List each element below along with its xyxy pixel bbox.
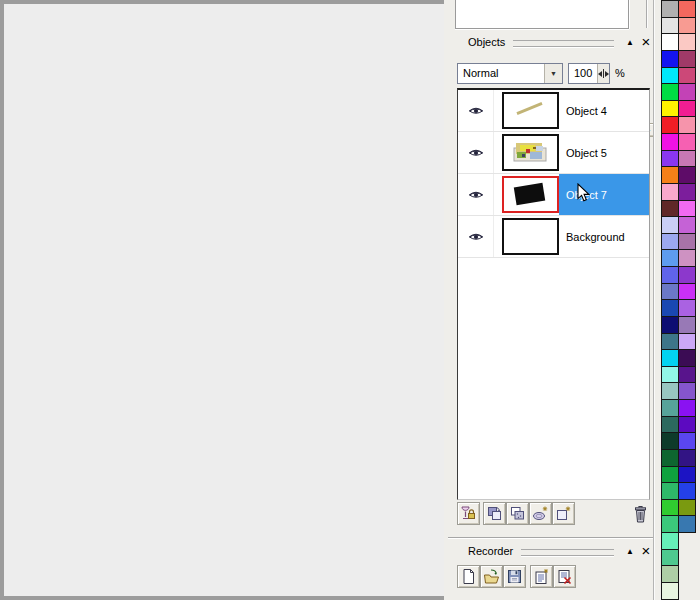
palette-swatch[interactable] [679,417,695,434]
palette-swatch[interactable] [662,18,678,35]
palette-swatch[interactable] [679,334,695,351]
palette-swatch[interactable] [662,550,678,567]
palette-swatch[interactable] [679,201,695,218]
layer-name[interactable]: Object 4 [559,90,649,131]
layer-name-selected[interactable]: Object 7 [559,174,649,215]
palette-swatch[interactable] [679,217,695,234]
layer-row-object-7[interactable]: Object 7 [458,174,649,216]
palette-swatch[interactable] [662,417,678,434]
dropdown-arrow-icon[interactable]: ▼ [544,64,562,83]
opacity-control[interactable]: 100 [568,63,610,84]
palette-swatch[interactable] [679,234,695,251]
palette-swatch[interactable] [662,400,678,417]
palette-swatch[interactable] [679,516,695,532]
layer-thumbnail-selected[interactable] [502,176,559,213]
palette-swatch[interactable] [679,117,695,134]
palette-swatch[interactable] [662,500,678,517]
palette-swatch[interactable] [662,84,678,101]
combine-objects-button[interactable] [506,502,529,525]
save-script-button[interactable] [503,565,526,588]
opacity-value[interactable]: 100 [569,64,597,83]
layer-thumbnail[interactable] [502,218,559,255]
layer-thumbnail[interactable] [502,92,559,129]
palette-swatch[interactable] [679,317,695,334]
palette-swatch[interactable] [679,383,695,400]
palette-swatch[interactable] [679,450,695,467]
palette-swatch[interactable] [679,367,695,384]
close-panel-button[interactable]: × [638,35,654,49]
palette-swatch[interactable] [662,284,678,301]
delete-object-button[interactable] [630,504,651,525]
visibility-toggle[interactable] [458,216,494,257]
palette-swatch[interactable] [662,267,678,284]
palette-swatch[interactable] [679,101,695,118]
duplicate-object-button[interactable] [483,502,506,525]
panel-grip[interactable] [521,549,614,556]
palette-swatch[interactable] [679,267,695,284]
palette-swatch[interactable] [662,533,678,550]
opacity-slider-icon[interactable] [597,64,609,83]
open-script-button[interactable] [480,565,503,588]
palette-swatch[interactable] [662,201,678,218]
new-document-button[interactable] [457,565,480,588]
palette-swatch[interactable] [662,334,678,351]
layer-name[interactable]: Background [559,216,649,257]
palette-swatch[interactable] [662,300,678,317]
close-panel-button[interactable]: × [638,544,654,558]
palette-swatch[interactable] [662,184,678,201]
new-lens-button[interactable] [529,502,552,525]
visibility-toggle[interactable] [458,174,494,215]
palette-swatch[interactable] [679,18,695,35]
palette-swatch[interactable] [662,134,678,151]
palette-swatch[interactable] [662,34,678,51]
palette-swatch[interactable] [679,433,695,450]
palette-swatch[interactable] [662,1,678,18]
palette-swatch[interactable] [679,167,695,184]
layer-name[interactable]: Object 5 [559,132,649,173]
visibility-toggle[interactable] [458,132,494,173]
palette-swatch[interactable] [662,167,678,184]
palette-swatch[interactable] [679,84,695,101]
layer-row-object-5[interactable]: Object 5 [458,132,649,174]
palette-swatch[interactable] [679,34,695,51]
palette-swatch[interactable] [679,400,695,417]
palette-swatch[interactable] [679,284,695,301]
palette-swatch[interactable] [679,151,695,168]
palette-swatch[interactable] [679,467,695,484]
palette-swatch[interactable] [662,217,678,234]
palette-swatch[interactable] [662,516,678,533]
palette-swatch[interactable] [662,367,678,384]
palette-swatch[interactable] [679,500,695,517]
palette-swatch[interactable] [662,350,678,367]
palette-swatch[interactable] [662,383,678,400]
new-command-button[interactable] [530,565,553,588]
layer-thumbnail[interactable] [502,134,559,171]
palette-swatch[interactable] [662,450,678,467]
palette-swatch[interactable] [679,483,695,500]
palette-swatch[interactable] [662,467,678,484]
palette-swatch[interactable] [679,51,695,68]
panel-grip[interactable] [513,40,614,47]
palette-swatch[interactable] [679,184,695,201]
palette-swatch[interactable] [679,350,695,367]
palette-swatch[interactable] [679,1,695,18]
palette-swatch[interactable] [679,68,695,85]
delete-command-button[interactable] [553,565,576,588]
layer-row-object-4[interactable]: Object 4 [458,90,649,132]
layer-row-background[interactable]: Background [458,216,649,258]
palette-swatch[interactable] [679,250,695,267]
palette-swatch[interactable] [662,566,678,583]
collapse-panel-button[interactable]: ▲ [622,38,638,47]
palette-swatch[interactable] [662,583,678,599]
palette-swatch[interactable] [662,483,678,500]
collapse-panel-button[interactable]: ▲ [622,547,638,556]
palette-swatch[interactable] [662,51,678,68]
merge-mode-dropdown[interactable]: Normal ▼ [457,63,563,84]
palette-swatch[interactable] [679,134,695,151]
palette-swatch[interactable] [662,317,678,334]
palette-swatch[interactable] [662,117,678,134]
palette-swatch[interactable] [662,151,678,168]
new-object-button[interactable] [552,502,575,525]
palette-swatch[interactable] [662,433,678,450]
palette-swatch[interactable] [662,68,678,85]
